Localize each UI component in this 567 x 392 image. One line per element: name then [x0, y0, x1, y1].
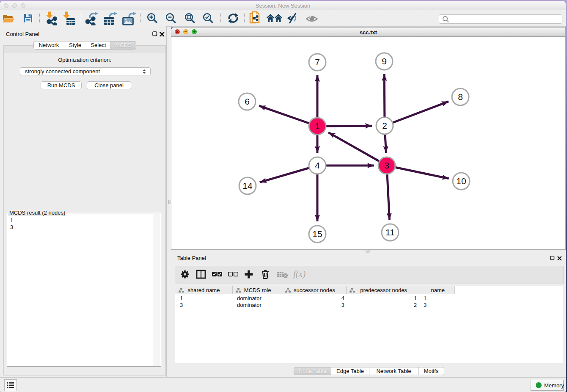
svg-text:7: 7	[315, 57, 320, 67]
svg-text:9: 9	[382, 56, 387, 66]
svg-text:15: 15	[312, 229, 322, 239]
svg-text:14: 14	[242, 181, 253, 190]
svg-text:8: 8	[458, 92, 463, 102]
svg-text:11: 11	[385, 227, 395, 237]
svg-text:4: 4	[315, 160, 320, 170]
svg-text:3: 3	[384, 160, 389, 170]
svg-text:1: 1	[315, 121, 320, 131]
svg-text:6: 6	[245, 97, 250, 106]
svg-text:2: 2	[382, 121, 387, 130]
svg-text:10: 10	[456, 176, 466, 186]
